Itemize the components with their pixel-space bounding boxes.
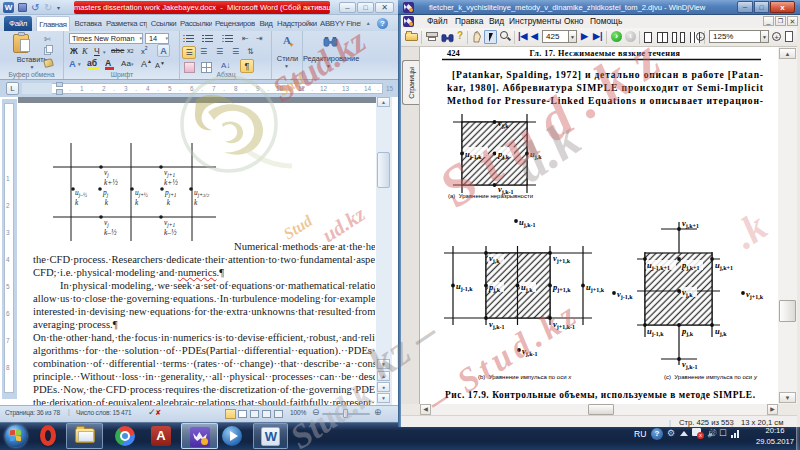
svg-text:pj+1,k: pj+1,k bbox=[552, 282, 571, 293]
svg-text:(c) Уравнение импульса по оси: (c) Уравнение импульса по оси y bbox=[664, 374, 758, 380]
svg-text:(b) Уравнение импульса по оси: (b) Уравнение импульса по оси x bbox=[478, 374, 572, 380]
svg-text:uj-1,k: uj-1,k bbox=[456, 281, 473, 292]
svg-text:vj,k-1: vj,k-1 bbox=[682, 359, 698, 370]
svg-text:vj-1,k: vj-1,k bbox=[617, 289, 633, 300]
svg-text:vj+1,k: vj+1,k bbox=[553, 253, 571, 264]
svg-text:uj,k: uj,k bbox=[530, 149, 542, 160]
svg-text:kar, 1980]. Аббревиатура SIMPL: kar, 1980]. Аббревиатура SIMPLE происход… bbox=[447, 82, 764, 93]
svg-text:Method for Pressure-Linked Equ: Method for Pressure-Linked Equations и о… bbox=[447, 95, 763, 106]
svg-text:uj,k: uj,k bbox=[715, 326, 727, 337]
svg-text:vj,k-1: vj,k-1 bbox=[522, 346, 538, 357]
svg-text:vj,k-1: vj,k-1 bbox=[489, 319, 505, 330]
svg-text:uj,k+1: uj,k+1 bbox=[715, 260, 733, 271]
svg-text:uj+1,k: uj+1,k bbox=[586, 282, 605, 293]
svg-text:vj+1,k-1: vj+1,k-1 bbox=[553, 319, 575, 330]
svg-text:[Patankar, Spalding, 1972] и д: [Patankar, Spalding, 1972] и детально оп… bbox=[452, 69, 763, 80]
svg-text:Рис. 17.9. Контрольные объе: Рис. 17.9. Контрольные объемы, используе… bbox=[445, 390, 755, 400]
svg-text:424: 424 bbox=[447, 48, 461, 58]
svg-text:vj,k+1: vj,k+1 bbox=[682, 218, 699, 229]
svg-text:vj,k: vj,k bbox=[498, 118, 509, 129]
svg-text:vj+1,k: vj+1,k bbox=[746, 289, 764, 300]
svg-text:(a) Уравнение неразрывности: (a) Уравнение неразрывности bbox=[448, 193, 533, 199]
svg-text:pj,k: pj,k bbox=[681, 326, 694, 337]
svg-text:Гл. 17. Несжимаемые вязкие теч: Гл. 17. Несжимаемые вязкие течения bbox=[530, 49, 681, 58]
svg-text:uj,k-1: uj,k-1 bbox=[519, 217, 536, 228]
